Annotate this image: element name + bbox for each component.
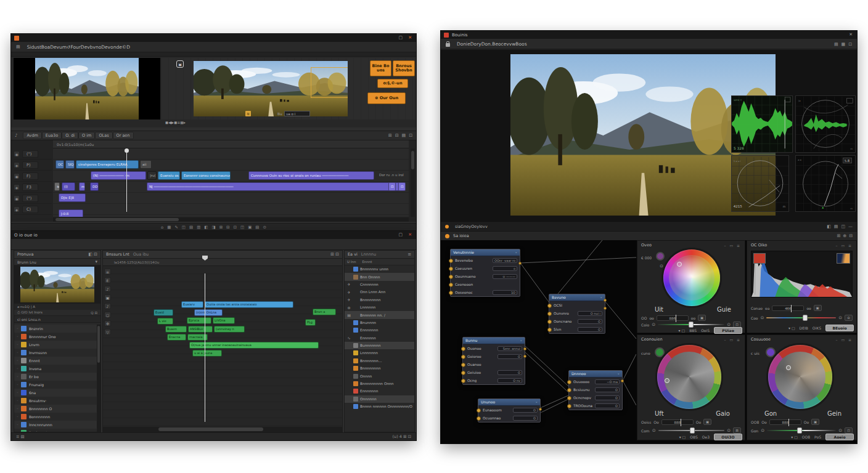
expand-dot-icon[interactable]: ◦	[17, 359, 18, 362]
tree-item[interactable]: ⊛ Lnnnnnn	[345, 304, 414, 311]
track-toggle-icon[interactable]: ◉	[14, 151, 20, 157]
expand-dot-icon[interactable]: ◦	[17, 375, 18, 378]
wheel-marker[interactable]	[677, 262, 682, 267]
timeline-tracks[interactable]: OCSIQcinshperes Eneraperu ELRAAaii(N) ──…	[53, 148, 409, 217]
node-param-row[interactable]: TROOounaO	[569, 402, 622, 410]
timeline-clip[interactable]: Euansiu os	[158, 171, 180, 180]
reset-button[interactable]: ⊖	[845, 315, 853, 321]
timeline-clip[interactable]: PLg	[305, 319, 316, 326]
transport-icon[interactable]: ▸	[184, 120, 186, 124]
expand-dot-icon[interactable]: ◦	[17, 383, 18, 386]
node-output-port[interactable]	[523, 347, 526, 350]
playhead[interactable]	[126, 148, 127, 212]
slider-right-icon[interactable]: ⊙	[727, 429, 731, 433]
tree-item[interactable]: ✈ Cnnnnnnn	[345, 281, 414, 288]
tree-item[interactable]: Ennnnnnn	[345, 326, 414, 334]
layout-icon[interactable]: ▤	[834, 224, 838, 229]
node-output[interactable]: Dnnnoo◦ Ouuoooo−O ma BcsiuunuO OcncnopvO…	[568, 370, 623, 410]
color-swatch[interactable]	[766, 347, 776, 357]
media-item[interactable]: ◦ Bnsutrnv·	[14, 397, 97, 405]
track-header[interactable]: ◉ F)	[14, 171, 52, 182]
media-item[interactable]: ◦ Invona	[14, 365, 97, 373]
gradient-swatch[interactable]	[837, 253, 850, 264]
color-wheel[interactable]	[657, 345, 721, 409]
timeline-clip[interactable]: Bnvn a	[313, 309, 336, 315]
track-rail-icon[interactable]: Φ	[104, 320, 111, 326]
maximize-icon[interactable]: ▢	[398, 36, 404, 40]
close-icon[interactable]: ✕	[848, 33, 854, 37]
timeline-clip[interactable]: Eprvca	[187, 317, 211, 324]
h-scrollbar[interactable]	[103, 427, 342, 432]
menu-item[interactable]: Donie	[457, 41, 470, 47]
track-header[interactable]: ◈ P)	[14, 160, 52, 171]
foot-btn-2[interactable]: PoS	[814, 435, 821, 439]
expand-dot-icon[interactable]: ◦	[17, 391, 18, 394]
node-param-row[interactable]: BeveneboOOnr -vaar ro	[451, 256, 520, 264]
clip-bar-icon[interactable]: ⊟	[849, 233, 853, 238]
menu-item[interactable]: Sidust	[27, 44, 41, 50]
node-grade[interactable]: Bunnu◦ OuonooSenr. annui GoiorooO Ouanoo…	[462, 337, 525, 385]
expand-dot-icon[interactable]: ◦	[17, 327, 18, 330]
timeline-clip[interactable]: OC	[55, 160, 64, 169]
track-header[interactable]: ◉ (°)	[14, 148, 52, 160]
timeline-clip[interactable]: Enacna	[167, 334, 186, 341]
hue-slider[interactable]	[658, 430, 725, 431]
slider-knob[interactable]	[690, 427, 695, 434]
expand-dot-icon[interactable]: ◦	[17, 423, 18, 426]
h-scrollbar[interactable]	[53, 217, 409, 222]
tree-item[interactable]: Lnnnnnnn	[345, 349, 414, 357]
wheel-marker[interactable]	[665, 378, 669, 383]
node-param-row[interactable]: OoncnanoO	[549, 317, 605, 325]
node-param-row[interactable]: Ouanoo	[463, 360, 525, 368]
track-rail-icon[interactable]: ◻	[104, 312, 111, 318]
expand-dot-icon[interactable]: ◦	[17, 335, 18, 338]
timeline-ruler-b[interactable]: Ia1456-125Q(ALO3(I)14Ou	[103, 259, 342, 266]
media-item[interactable]: ◦ Lnvrn	[14, 341, 97, 349]
track-header[interactable]: ◈ F3	[14, 182, 52, 193]
tree-item[interactable]: Bnnnnnnnn	[345, 365, 414, 372]
media-item[interactable]: ◦ Bonnnnnnn	[14, 413, 97, 421]
action-button-1[interactable]: Bine Bo uos	[370, 60, 391, 76]
timeline-clip[interactable]: Cunnnuvo Ouin su rioc oi onois on runiau…	[248, 171, 374, 180]
timeline-tab[interactable]: Or aen	[113, 132, 134, 139]
media-item[interactable]: ◦ Invrnssnn	[14, 349, 97, 357]
column-header-1[interactable]: U Inn	[347, 260, 356, 264]
timeline-clip[interactable]: ≋	[54, 182, 60, 191]
media-item[interactable]: ◦ Bnznrin	[14, 325, 97, 333]
menubar-icon[interactable]: ⊡	[848, 42, 852, 47]
slider-right-icon[interactable]: ⊙	[838, 316, 842, 320]
node-param-row[interactable]: OcuonnaoO	[478, 414, 540, 422]
status-icon[interactable]: ✎	[174, 225, 178, 230]
timeline-clip[interactable]: (I)	[62, 182, 75, 191]
tree-item[interactable]: Bnnnnnnnnn Onnn	[345, 380, 414, 387]
search-icon[interactable]: Q ⊟	[91, 311, 97, 315]
node-output-port-2[interactable]	[523, 355, 526, 358]
effects-tree[interactable]: Bnnnnnnv unnn Bnn Onnnn ✈ Cnnnnnnn ✈ Onn…	[345, 265, 414, 432]
status-icon[interactable]: ▤	[255, 225, 259, 230]
timeline-clip[interactable]: (n)on( OnLna	[194, 309, 223, 316]
document-icon[interactable]: ▤	[16, 45, 20, 49]
node-param-row[interactable]: Ooseonoc1O	[451, 288, 520, 296]
color-swatch[interactable]	[656, 252, 665, 261]
node-output-port-2[interactable]	[604, 307, 607, 310]
status-icon[interactable]: ⊟	[226, 225, 229, 230]
track-toggle-icon[interactable]: ◉	[14, 195, 20, 201]
foot-btn-1[interactable]: DEIB	[800, 326, 808, 330]
expand-dot-icon[interactable]: ◦	[17, 431, 18, 432]
action-button-3[interactable]: o:§‚©-un	[377, 79, 408, 88]
menubar-icon[interactable]: ▤	[834, 42, 838, 47]
menu-item[interactable]: Four	[70, 44, 80, 50]
media-item[interactable]: ◦ Bnnnnnur Ono	[14, 333, 97, 341]
node-output-port[interactable]	[604, 299, 607, 302]
column-header-2[interactable]: Ennnt	[362, 260, 372, 264]
value-input[interactable]: 886	[657, 315, 689, 321]
value-input[interactable]: 888	[661, 419, 694, 425]
slider-left-icon[interactable]: ⊙	[761, 429, 764, 433]
node-param-row[interactable]: Oounnueno⊙ ———	[451, 272, 520, 280]
timeline-clip[interactable]: Eonsnnr consu consinaunun i nuoi	[181, 171, 231, 180]
node-graph[interactable]: Venutnnnie◦ BeveneboOOnr -vaar ro Coeuur…	[441, 240, 636, 443]
media-item[interactable]: ◦ 6na	[14, 389, 97, 397]
close-icon[interactable]: ✕	[407, 233, 413, 237]
tree-item[interactable]: Bnn Onnnn	[345, 273, 414, 280]
menu-item[interactable]: Boa	[41, 44, 50, 50]
